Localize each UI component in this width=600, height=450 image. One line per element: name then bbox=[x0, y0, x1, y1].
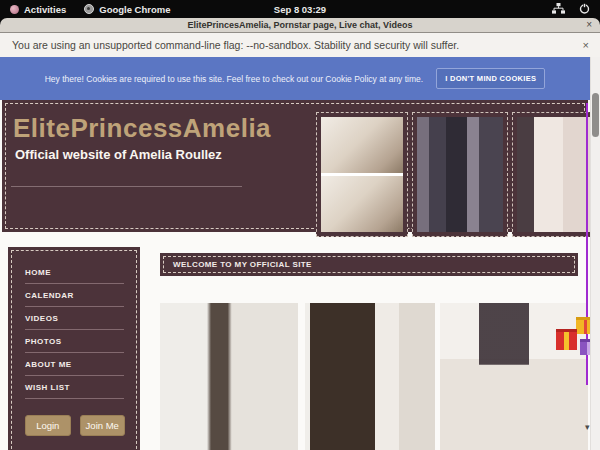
wishlist-gift-icon[interactable] bbox=[554, 315, 590, 365]
desktop: Activities Google Chrome Sep 8 03:29 Eli… bbox=[0, 0, 600, 450]
warning-message: You are using an unsupported command-lin… bbox=[12, 39, 459, 51]
thumbnail-photo bbox=[517, 117, 590, 232]
thumbnail-photo-collage bbox=[321, 117, 403, 232]
site-header: ElitePrincessAmelia Official website of … bbox=[2, 100, 588, 232]
gallery-photo-2[interactable] bbox=[305, 303, 435, 450]
app-menu-label: Google Chrome bbox=[99, 4, 170, 15]
header-thumbnail-2[interactable] bbox=[412, 112, 508, 237]
gift-box-purple-icon bbox=[580, 339, 590, 355]
sidebar-item-photos[interactable]: PHOTOS bbox=[25, 330, 124, 352]
cookie-message: Hey there! Cookies are required to use t… bbox=[45, 74, 423, 84]
app-menu-button[interactable]: Google Chrome bbox=[84, 4, 170, 15]
scroll-down-hint-icon[interactable]: ▾ bbox=[585, 422, 590, 432]
header-thumbnail-3[interactable] bbox=[512, 112, 590, 237]
site-logo-title[interactable]: ElitePrincessAmelia bbox=[13, 113, 271, 144]
header-divider bbox=[11, 186, 242, 187]
scrollbar-track[interactable] bbox=[590, 57, 600, 450]
sidebar-item-about-me[interactable]: ABOUT ME bbox=[25, 353, 124, 375]
chrome-icon bbox=[84, 4, 94, 14]
warning-close-icon[interactable]: × bbox=[583, 39, 589, 51]
welcome-heading: WELCOME TO MY OFFICIAL SITE bbox=[173, 260, 312, 269]
window-title: ElitePrincesAmelia, Pornstar page, Live … bbox=[188, 20, 413, 30]
gnome-top-bar: Activities Google Chrome Sep 8 03:29 bbox=[0, 0, 600, 18]
login-button[interactable]: Login bbox=[25, 415, 71, 436]
sidebar-nav: HOME CALENDAR VIDEOS PHOTOS ABOUT ME WIS… bbox=[25, 261, 124, 399]
sidebar-item-home[interactable]: HOME bbox=[25, 261, 124, 283]
network-icon[interactable] bbox=[552, 3, 565, 16]
window-titlebar[interactable]: ElitePrincesAmelia, Pornstar page, Live … bbox=[0, 18, 600, 33]
tab-close-icon[interactable]: × bbox=[586, 19, 592, 30]
sidebar-item-videos[interactable]: VIDEOS bbox=[25, 307, 124, 329]
cookie-banner: Hey there! Cookies are required to use t… bbox=[0, 57, 590, 100]
sidebar: HOME CALENDAR VIDEOS PHOTOS ABOUT ME WIS… bbox=[8, 247, 140, 450]
gift-box-red-icon bbox=[556, 329, 577, 350]
page-viewport: Hey there! Cookies are required to use t… bbox=[0, 57, 590, 450]
join-me-button[interactable]: Join Me bbox=[80, 415, 126, 436]
sidebar-item-wish-list[interactable]: WISH LIST bbox=[25, 376, 124, 398]
activities-label: Activities bbox=[24, 4, 66, 15]
cookie-accept-button[interactable]: I DON'T MIND COOKIES bbox=[436, 68, 545, 89]
header-thumbnail-1[interactable] bbox=[316, 112, 408, 237]
site-subtitle: Official website of Amelia Roullez bbox=[15, 147, 222, 162]
recording-indicator-icon bbox=[10, 5, 19, 14]
nav-separator bbox=[25, 398, 124, 399]
scrollbar-thumb[interactable] bbox=[592, 93, 599, 137]
welcome-heading-bar: WELCOME TO MY OFFICIAL SITE bbox=[160, 253, 578, 276]
unsupported-flag-warning-bar: You are using an unsupported command-lin… bbox=[0, 33, 600, 57]
power-icon[interactable] bbox=[579, 3, 590, 16]
activities-button[interactable]: Activities bbox=[10, 4, 66, 15]
gift-box-yellow-icon bbox=[576, 317, 590, 334]
gallery-photo-1[interactable] bbox=[160, 303, 298, 450]
sidebar-item-calendar[interactable]: CALENDAR bbox=[25, 284, 124, 306]
thumbnail-photo bbox=[417, 117, 503, 232]
